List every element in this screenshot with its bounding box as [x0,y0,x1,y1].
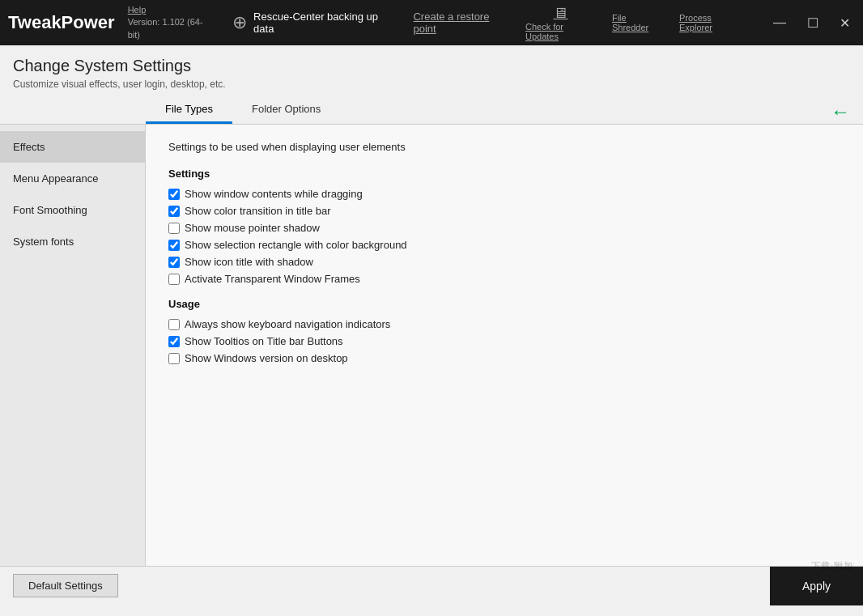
content-description: Settings to be used when displaying user… [168,141,840,153]
minimize-button[interactable]: — [768,12,791,33]
titlebar-right: 🖥 Check for Updates File Shredder Proces… [525,5,855,41]
help-link[interactable]: Help [128,4,213,16]
checkbox-show-mouse-shadow-input[interactable] [168,223,180,234]
page-title: Change System Settings [13,57,850,75]
checkbox-show-selection-rect-label: Show selection rectangle with color back… [185,239,407,251]
tabs-bar: File Types Folder Options [0,96,863,125]
process-explorer-button[interactable]: Process Explorer [679,13,744,32]
checkbox-show-windows-version-label: Show Windows version on desktop [185,352,348,364]
updates-icon: 🖥 [553,5,568,22]
checkbox-show-selection-rect: Show selection rectangle with color back… [168,239,840,251]
check-updates-button[interactable]: 🖥 Check for Updates [525,5,596,41]
checkbox-activate-transparent: Activate Transparent Window Frames [168,273,840,285]
checkbox-keyboard-nav: Always show keyboard navigation indicato… [168,318,840,330]
sidebar-item-menu-appearance[interactable]: Menu Appearance [0,163,145,194]
file-shredder-label: File Shredder [612,13,663,32]
checkbox-show-windows-version: Show Windows version on desktop [168,352,840,364]
checkbox-show-icon-title: Show icon title with shadow [168,256,840,268]
checkbox-show-color-transition-label: Show color transition in title bar [185,205,331,217]
checkbox-show-color-transition-input[interactable] [168,206,180,217]
checkbox-keyboard-nav-input[interactable] [168,319,180,330]
app-version-block: Help Version: 1.102 (64-bit) [128,4,213,41]
process-explorer-label: Process Explorer [679,13,744,32]
checkbox-show-mouse-shadow: Show mouse pointer shadow [168,222,840,234]
checkbox-show-icon-title-input[interactable] [168,257,180,268]
checkbox-show-mouse-shadow-label: Show mouse pointer shadow [185,222,320,234]
restore-link[interactable]: Create a restore point [413,11,512,35]
rescue-text: Rescue-Center backing up data [253,11,397,35]
checkbox-show-window-contents: Show window contents while dragging [168,188,840,200]
maximize-button[interactable]: ☐ [802,12,823,34]
checkbox-show-windows-version-input[interactable] [168,353,180,364]
app-logo: TweakPower [8,12,115,33]
checkbox-show-icon-title-label: Show icon title with shadow [185,256,313,268]
checkbox-keyboard-nav-label: Always show keyboard navigation indicato… [185,318,390,330]
default-settings-button[interactable]: Default Settings [13,574,118,597]
content-area: Settings to be used when displaying user… [146,125,863,566]
checkbox-show-selection-rect-input[interactable] [168,240,180,251]
sidebar-item-font-smoothing[interactable]: Font Smoothing [0,194,145,226]
checkbox-show-tooltips-label: Show Tooltios on Title bar Buttons [185,335,343,347]
tab-folder-options[interactable]: Folder Options [232,96,340,124]
usage-section: Usage Always show keyboard navigation in… [168,298,840,364]
settings-section-title: Settings [168,168,840,180]
app-version: Version: 1.102 (64-bit) [128,16,213,41]
checkbox-activate-transparent-label: Activate Transparent Window Frames [185,273,360,285]
sidebar-item-system-fonts[interactable]: System fonts [0,226,145,257]
checkbox-show-window-contents-input[interactable] [168,189,180,200]
sidebar: Effects Menu Appearance Font Smoothing S… [0,125,146,566]
back-arrow-icon[interactable]: ← [831,100,850,123]
sidebar-item-effects[interactable]: Effects [0,131,145,163]
checkbox-show-tooltips: Show Tooltios on Title bar Buttons [168,335,840,347]
tab-file-types[interactable]: File Types [146,96,232,124]
main-layout: Effects Menu Appearance Font Smoothing S… [0,125,863,566]
checkbox-activate-transparent-input[interactable] [168,274,180,285]
usage-section-title: Usage [168,298,840,310]
checkbox-show-color-transition: Show color transition in title bar [168,205,840,217]
bottom-bar: Default Settings Apply [0,566,863,605]
window-controls: — ☐ ✕ [768,12,855,34]
page-subtitle: Customize visual effects, user login, de… [13,79,850,90]
titlebar: TweakPower Help Version: 1.102 (64-bit) … [0,0,863,45]
checkbox-show-tooltips-input[interactable] [168,336,180,347]
close-button[interactable]: ✕ [835,12,855,34]
updates-label: Check for Updates [525,22,596,41]
apply-button[interactable]: Apply [770,567,863,605]
rescue-block: ⊕ Rescue-Center backing up data [232,11,397,35]
file-shredder-button[interactable]: File Shredder [612,13,663,32]
checkbox-show-window-contents-label: Show window contents while dragging [185,188,363,200]
rescue-center-icon: ⊕ [232,12,247,33]
page-header: Change System Settings Customize visual … [0,45,863,96]
